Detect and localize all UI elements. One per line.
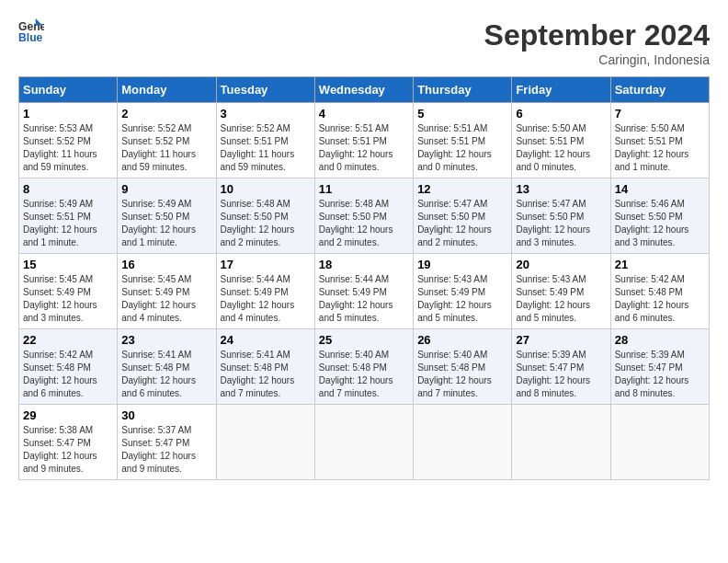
calendar-cell: 19 Sunrise: 5:43 AM Sunset: 5:49 PM Dayl…: [414, 254, 512, 329]
calendar-week-row: 29 Sunrise: 5:38 AM Sunset: 5:47 PM Dayl…: [19, 405, 710, 480]
calendar-week-row: 15 Sunrise: 5:45 AM Sunset: 5:49 PM Dayl…: [19, 254, 710, 329]
logo-icon: General Blue: [18, 18, 44, 44]
day-info: Sunrise: 5:46 AM Sunset: 5:50 PM Dayligh…: [615, 198, 705, 249]
day-info: Sunrise: 5:48 AM Sunset: 5:50 PM Dayligh…: [221, 198, 311, 249]
day-number: 22: [23, 333, 113, 347]
calendar-cell: 3 Sunrise: 5:52 AM Sunset: 5:51 PM Dayli…: [216, 103, 314, 178]
calendar-cell: [216, 405, 314, 480]
day-number: 19: [417, 258, 507, 271]
calendar-week-row: 8 Sunrise: 5:49 AM Sunset: 5:51 PM Dayli…: [19, 178, 710, 254]
day-info: Sunrise: 5:52 AM Sunset: 5:51 PM Dayligh…: [221, 122, 311, 174]
day-number: 6: [516, 107, 606, 121]
svg-text:Blue: Blue: [18, 31, 43, 44]
day-info: Sunrise: 5:38 AM Sunset: 5:47 PM Dayligh…: [23, 424, 113, 476]
day-info: Sunrise: 5:50 AM Sunset: 5:51 PM Dayligh…: [615, 122, 705, 174]
calendar-cell: 16 Sunrise: 5:45 AM Sunset: 5:49 PM Dayl…: [118, 254, 216, 329]
day-info: Sunrise: 5:49 AM Sunset: 5:51 PM Dayligh…: [23, 198, 113, 249]
day-info: Sunrise: 5:47 AM Sunset: 5:50 PM Dayligh…: [417, 198, 507, 249]
day-info: Sunrise: 5:53 AM Sunset: 5:52 PM Dayligh…: [23, 122, 113, 174]
header: General Blue September 2024 Caringin, In…: [18, 18, 710, 67]
month-title: September 2024: [484, 18, 710, 52]
calendar-table: SundayMondayTuesdayWednesdayThursdayFrid…: [18, 76, 710, 480]
day-number: 4: [319, 107, 409, 121]
day-number: 12: [417, 182, 507, 196]
calendar-cell: 13 Sunrise: 5:47 AM Sunset: 5:50 PM Dayl…: [512, 178, 610, 254]
calendar-header-row: SundayMondayTuesdayWednesdayThursdayFrid…: [19, 77, 710, 103]
day-info: Sunrise: 5:43 AM Sunset: 5:49 PM Dayligh…: [417, 273, 507, 325]
calendar-cell: 1 Sunrise: 5:53 AM Sunset: 5:52 PM Dayli…: [19, 103, 118, 178]
day-info: Sunrise: 5:40 AM Sunset: 5:48 PM Dayligh…: [417, 349, 507, 400]
calendar-cell: 10 Sunrise: 5:48 AM Sunset: 5:50 PM Dayl…: [216, 178, 314, 254]
day-number: 16: [121, 258, 211, 271]
calendar-cell: 7 Sunrise: 5:50 AM Sunset: 5:51 PM Dayli…: [610, 103, 709, 178]
day-number: 10: [221, 182, 311, 196]
day-number: 18: [319, 258, 409, 271]
day-number: 2: [121, 107, 211, 121]
calendar-cell: 29 Sunrise: 5:38 AM Sunset: 5:47 PM Dayl…: [19, 405, 118, 480]
day-info: Sunrise: 5:51 AM Sunset: 5:51 PM Dayligh…: [319, 122, 409, 174]
calendar-cell: 11 Sunrise: 5:48 AM Sunset: 5:50 PM Dayl…: [314, 178, 413, 254]
calendar-cell: 9 Sunrise: 5:49 AM Sunset: 5:50 PM Dayli…: [118, 178, 216, 254]
day-number: 29: [23, 408, 113, 422]
day-number: 20: [516, 258, 606, 271]
day-info: Sunrise: 5:42 AM Sunset: 5:48 PM Dayligh…: [615, 273, 705, 325]
calendar-cell: 22 Sunrise: 5:42 AM Sunset: 5:48 PM Dayl…: [19, 329, 118, 405]
calendar-cell: 6 Sunrise: 5:50 AM Sunset: 5:51 PM Dayli…: [512, 103, 610, 178]
day-number: 17: [221, 258, 311, 271]
day-info: Sunrise: 5:50 AM Sunset: 5:51 PM Dayligh…: [516, 122, 606, 174]
day-number: 1: [23, 107, 113, 121]
calendar-week-row: 1 Sunrise: 5:53 AM Sunset: 5:52 PM Dayli…: [19, 103, 710, 178]
calendar-cell: 23 Sunrise: 5:41 AM Sunset: 5:48 PM Dayl…: [118, 329, 216, 405]
day-info: Sunrise: 5:39 AM Sunset: 5:47 PM Dayligh…: [615, 349, 705, 400]
day-info: Sunrise: 5:52 AM Sunset: 5:52 PM Dayligh…: [121, 122, 211, 174]
day-info: Sunrise: 5:45 AM Sunset: 5:49 PM Dayligh…: [23, 273, 113, 325]
calendar-cell: [610, 405, 709, 480]
day-number: 26: [417, 333, 507, 347]
calendar-body: 1 Sunrise: 5:53 AM Sunset: 5:52 PM Dayli…: [19, 103, 710, 480]
day-info: Sunrise: 5:48 AM Sunset: 5:50 PM Dayligh…: [319, 198, 409, 249]
day-info: Sunrise: 5:44 AM Sunset: 5:49 PM Dayligh…: [221, 273, 311, 325]
day-number: 23: [121, 333, 211, 347]
location: Caringin, Indonesia: [484, 52, 710, 67]
day-info: Sunrise: 5:49 AM Sunset: 5:50 PM Dayligh…: [121, 198, 211, 249]
calendar-cell: 24 Sunrise: 5:41 AM Sunset: 5:48 PM Dayl…: [216, 329, 314, 405]
day-number: 27: [516, 333, 606, 347]
calendar-cell: 20 Sunrise: 5:43 AM Sunset: 5:49 PM Dayl…: [512, 254, 610, 329]
calendar-cell: [414, 405, 512, 480]
day-number: 28: [615, 333, 705, 347]
calendar-cell: 28 Sunrise: 5:39 AM Sunset: 5:47 PM Dayl…: [610, 329, 709, 405]
day-number: 25: [319, 333, 409, 347]
calendar-cell: [512, 405, 610, 480]
calendar-cell: 14 Sunrise: 5:46 AM Sunset: 5:50 PM Dayl…: [610, 178, 709, 254]
header-day-monday: Monday: [118, 77, 216, 103]
day-number: 9: [121, 182, 211, 196]
day-info: Sunrise: 5:40 AM Sunset: 5:48 PM Dayligh…: [319, 349, 409, 400]
header-day-saturday: Saturday: [610, 77, 709, 103]
day-number: 14: [615, 182, 705, 196]
header-day-friday: Friday: [512, 77, 610, 103]
day-number: 7: [615, 107, 705, 121]
day-info: Sunrise: 5:44 AM Sunset: 5:49 PM Dayligh…: [319, 273, 409, 325]
day-info: Sunrise: 5:47 AM Sunset: 5:50 PM Dayligh…: [516, 198, 606, 249]
logo: General Blue: [18, 18, 44, 44]
calendar-cell: 18 Sunrise: 5:44 AM Sunset: 5:49 PM Dayl…: [314, 254, 413, 329]
calendar-cell: 21 Sunrise: 5:42 AM Sunset: 5:48 PM Dayl…: [610, 254, 709, 329]
header-day-sunday: Sunday: [19, 77, 118, 103]
day-number: 8: [23, 182, 113, 196]
calendar-cell: 26 Sunrise: 5:40 AM Sunset: 5:48 PM Dayl…: [414, 329, 512, 405]
calendar-cell: 17 Sunrise: 5:44 AM Sunset: 5:49 PM Dayl…: [216, 254, 314, 329]
title-area: September 2024 Caringin, Indonesia: [484, 18, 710, 67]
day-number: 5: [417, 107, 507, 121]
calendar-cell: 12 Sunrise: 5:47 AM Sunset: 5:50 PM Dayl…: [414, 178, 512, 254]
calendar-cell: [314, 405, 413, 480]
day-number: 13: [516, 182, 606, 196]
calendar-week-row: 22 Sunrise: 5:42 AM Sunset: 5:48 PM Dayl…: [19, 329, 710, 405]
header-day-tuesday: Tuesday: [216, 77, 314, 103]
calendar-cell: 4 Sunrise: 5:51 AM Sunset: 5:51 PM Dayli…: [314, 103, 413, 178]
day-number: 3: [221, 107, 311, 121]
calendar-cell: 15 Sunrise: 5:45 AM Sunset: 5:49 PM Dayl…: [19, 254, 118, 329]
day-info: Sunrise: 5:42 AM Sunset: 5:48 PM Dayligh…: [23, 349, 113, 400]
day-number: 30: [121, 408, 211, 422]
calendar-cell: 27 Sunrise: 5:39 AM Sunset: 5:47 PM Dayl…: [512, 329, 610, 405]
day-number: 11: [319, 182, 409, 196]
